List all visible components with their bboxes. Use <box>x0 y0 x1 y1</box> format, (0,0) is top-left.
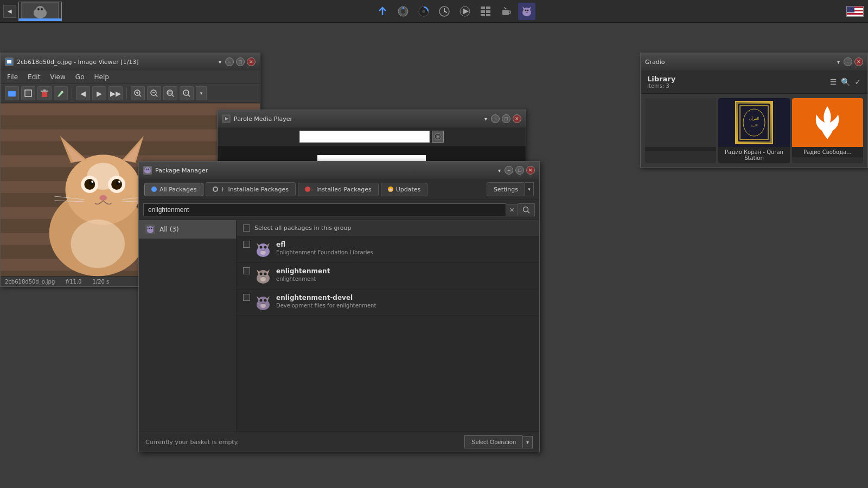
toolbar-open-btn[interactable] <box>5 86 19 100</box>
gradio-close-btn[interactable]: ✕ <box>854 57 863 66</box>
pkg-item-enlightenment[interactable]: enlightenment enlightenment <box>237 263 539 290</box>
pkg-item-efl-desc: Enlightenment Foundation Libraries <box>276 249 533 255</box>
parole-maximize-btn[interactable]: □ <box>502 114 510 123</box>
taskbar: ◀ <box>0 0 868 23</box>
menu-view[interactable]: View <box>48 72 67 82</box>
pkg-select-operation: Select Operation ▾ <box>464 435 533 448</box>
pkg-item-enlightenment-checkbox[interactable] <box>243 267 250 274</box>
toolbar-prev-btn[interactable]: ◀ <box>76 86 90 100</box>
dial-taskbar-icon[interactable] <box>394 3 412 20</box>
pkg-search-bar: ✕ <box>139 200 539 220</box>
pkg-item-enlightenment-devel-name: enlightenment-devel <box>276 294 533 301</box>
pkg-maximize-btn[interactable]: □ <box>515 166 524 175</box>
taskbar-thumbnail-active[interactable] <box>18 2 62 21</box>
pkg-close-btn[interactable]: ✕ <box>526 166 535 175</box>
menu-go[interactable]: Go <box>73 72 87 82</box>
pkg-item-efl[interactable]: efl Enlightenment Foundation Libraries <box>237 236 539 263</box>
gradio-titlebar[interactable]: Gradio ▾ – ✕ <box>641 53 867 70</box>
image-viewer-toolbar: ◀ ▶ ▶▶ <box>1 84 260 103</box>
image-viewer-maximize-btn[interactable]: □ <box>236 57 245 66</box>
pkg-select-op-btn[interactable]: Select Operation <box>464 435 522 448</box>
tab-installed-minus: – <box>311 187 314 192</box>
parole-titlebar[interactable]: Parole Media Player ▾ – □ ✕ <box>218 110 526 127</box>
parole-url-input[interactable] <box>299 131 430 143</box>
gradio-card-quran[interactable]: القرآن الكريم Радио Коран - Quran Statio… <box>718 98 789 163</box>
toolbar-slideshow-btn[interactable]: ▶ <box>92 86 106 100</box>
coffee-taskbar-icon[interactable] <box>497 3 515 20</box>
arrow-up-taskbar-icon[interactable] <box>374 3 391 20</box>
gradio-items-count: Items: 3 <box>647 83 675 89</box>
pkg-settings-label: Settings <box>494 186 518 193</box>
pkg-search-input[interactable] <box>143 203 506 216</box>
toolbar-delete-btn[interactable] <box>37 86 52 100</box>
grid-taskbar-icon[interactable] <box>477 3 494 20</box>
pkg-select-op-dropdown[interactable]: ▾ <box>522 436 533 448</box>
menu-file[interactable]: File <box>5 72 20 82</box>
tab-all-packages[interactable]: All Packages <box>144 183 203 196</box>
image-viewer-dropdown-btn[interactable]: ▾ <box>217 59 223 65</box>
pkg-minimize-btn[interactable]: – <box>505 166 513 175</box>
gradio-check-icon[interactable]: ✓ <box>854 78 861 86</box>
image-viewer-titlebar[interactable]: 2cb618d50d_o.jpg - Image Viewer [1/13] ▾… <box>1 53 260 70</box>
toolbar-zoom-fit-btn[interactable] <box>163 86 177 100</box>
toolbar-next-btn[interactable]: ▶▶ <box>108 86 123 100</box>
toolbar-zoom-in-btn[interactable] <box>131 86 145 100</box>
tab-installable-label: Installable Packages <box>228 186 289 193</box>
pkg-item-enlightenment-devel-checkbox[interactable] <box>243 294 250 301</box>
parole-url-area <box>218 127 526 146</box>
tab-updates[interactable]: ★ Updates <box>381 183 428 196</box>
menu-edit[interactable]: Edit <box>25 72 42 82</box>
pkg-select-all-checkbox[interactable] <box>243 224 250 232</box>
pkg-group-all[interactable]: All (3) <box>139 220 236 239</box>
clock-taskbar-icon[interactable] <box>436 3 453 20</box>
toolbar-fullscreen-btn[interactable] <box>21 86 35 100</box>
gradio-search-icon[interactable]: 🔍 <box>841 78 850 86</box>
image-viewer-menubar: File Edit View Go Help <box>1 70 260 84</box>
tab-installable-packages[interactable]: + Installable Packages <box>206 182 296 196</box>
gradio-header: Library Items: 3 ☰ 🔍 ✓ <box>641 70 867 94</box>
spinner-taskbar-icon[interactable] <box>415 3 432 20</box>
tab-installed-packages[interactable]: – Installed Packages <box>298 183 379 196</box>
taskbar-nav-prev[interactable]: ◀ <box>3 5 16 18</box>
svg-point-126 <box>260 299 263 302</box>
pkg-search-clear-btn[interactable]: ✕ <box>506 204 518 216</box>
pkg-group-all-icon <box>145 224 155 234</box>
parole-dropdown-btn[interactable]: ▾ <box>483 116 489 122</box>
pkg-item-enlightenment-info: enlightenment enlightenment <box>276 267 533 282</box>
pkg-titlebar[interactable]: Package Manager ▾ – □ ✕ <box>139 162 539 179</box>
taskbar-left: ◀ <box>0 2 67 21</box>
gradio-menu-icon[interactable]: ☰ <box>830 78 837 86</box>
pkg-item-enlightenment-name: enlightenment <box>276 267 533 275</box>
toolbar-zoom-out-btn[interactable] <box>147 86 161 100</box>
gradio-dropdown-btn[interactable]: ▾ <box>835 59 841 65</box>
parole-close-btn[interactable]: ✕ <box>513 114 521 123</box>
image-viewer-close-btn[interactable]: ✕ <box>247 57 256 66</box>
play-taskbar-icon[interactable] <box>456 3 474 20</box>
pkg-item-enlightenment-devel-info: enlightenment-devel Development files fo… <box>276 294 533 309</box>
parole-camera-btn[interactable] <box>432 131 444 143</box>
pkg-search-btn[interactable] <box>518 203 535 216</box>
pkg-dropdown-btn[interactable]: ▾ <box>496 168 502 174</box>
svg-line-44 <box>139 95 141 97</box>
pkg-item-efl-checkbox[interactable] <box>243 241 250 248</box>
toolbar-zoom-1-btn[interactable]: 1:1 <box>180 86 194 100</box>
pkg-title-text: Package Manager <box>155 167 208 174</box>
status-aperture: f/11.0 <box>66 279 81 285</box>
gradio-card-svoboda[interactable]: Радио Свобода... <box>792 98 863 163</box>
cat-taskbar-icon[interactable] <box>518 3 535 20</box>
image-viewer-minimize-btn[interactable]: – <box>225 57 234 66</box>
flag-icon[interactable] <box>846 6 864 17</box>
pkg-settings-dropdown-btn[interactable]: ▾ <box>525 182 534 196</box>
toolbar-edit-btn[interactable] <box>54 86 68 100</box>
parole-minimize-btn[interactable]: – <box>491 114 500 123</box>
toolbar-more-btn[interactable]: ▾ <box>196 86 207 100</box>
pkg-item-enlightenment-devel[interactable]: enlightenment-devel Development files fo… <box>237 290 539 316</box>
gradio-card-empty-img <box>645 98 716 147</box>
gradio-card-empty-label <box>645 147 716 151</box>
gradio-cards-grid: القرآن الكريم Радио Коран - Quran Statio… <box>641 94 867 168</box>
pkg-settings-btn[interactable]: Settings <box>487 182 525 196</box>
menu-help[interactable]: Help <box>92 72 111 82</box>
gradio-minimize-btn[interactable]: – <box>844 57 852 66</box>
svg-rect-33 <box>8 91 16 97</box>
gradio-card-empty[interactable] <box>645 98 716 163</box>
